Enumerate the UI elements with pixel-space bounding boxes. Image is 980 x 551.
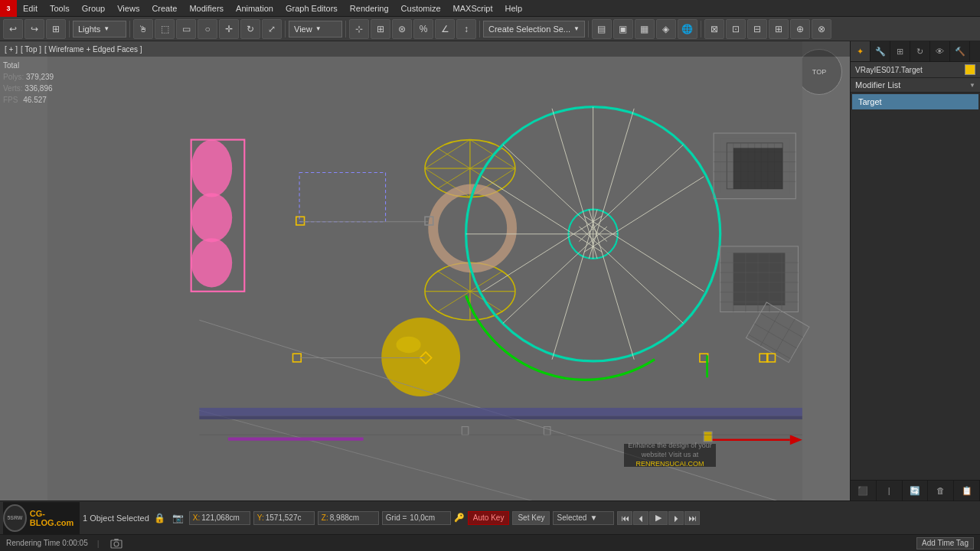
redo-button[interactable]: ↪ bbox=[24, 19, 44, 39]
render-view-button[interactable]: ▦ bbox=[635, 19, 655, 39]
create-selection-arrow: ▼ bbox=[573, 25, 580, 32]
auto-key-button[interactable]: Auto Key bbox=[468, 511, 510, 525]
select-button[interactable]: 🖱 bbox=[133, 19, 153, 39]
separator-3 bbox=[285, 21, 286, 37]
move-button[interactable]: ✛ bbox=[219, 19, 239, 39]
tab-utilities[interactable]: 🔨 bbox=[950, 41, 970, 61]
coord-x-field[interactable]: X: 121,068cm bbox=[189, 511, 250, 525]
menu-graph-editors[interactable]: Graph Editors bbox=[279, 0, 344, 16]
select-object-button[interactable]: ⊞ bbox=[46, 19, 66, 39]
add-time-tag-button[interactable]: Add Time Tag bbox=[916, 537, 974, 549]
camera-svg-icon bbox=[110, 538, 122, 549]
status-bar: 1 Object Selected 🔒 📷 X: 121,068cm Y: 15… bbox=[83, 510, 977, 526]
next-frame-button[interactable]: ⏵ bbox=[668, 511, 684, 525]
modifier-list-bar[interactable]: Modifier List ▼ bbox=[851, 78, 980, 93]
last-frame-button[interactable]: ⏭ bbox=[684, 511, 700, 525]
menu-tools[interactable]: Tools bbox=[44, 0, 76, 16]
extra6-button[interactable]: ⊗ bbox=[812, 19, 831, 39]
menu-edit[interactable]: Edit bbox=[17, 0, 44, 16]
right-bottom-tab-4[interactable]: 🗑 bbox=[928, 481, 954, 500]
create-selection-dropdown[interactable]: Create Selection Se... ▼ bbox=[483, 21, 585, 37]
set-key-button[interactable]: Set Key bbox=[512, 511, 550, 525]
rectangular-select-button[interactable]: ▭ bbox=[176, 19, 196, 39]
badge-5srw: 5SRW bbox=[3, 504, 27, 532]
status-text: 1 Object Selected bbox=[83, 514, 149, 523]
viewport-mode-label: [ Wireframe + Edged Faces ] bbox=[44, 45, 142, 54]
coord-y-field[interactable]: Y: 1571,527c bbox=[253, 511, 315, 525]
extra1-button[interactable]: ⊠ bbox=[704, 19, 724, 39]
spinner-snap-button[interactable]: ↕ bbox=[456, 19, 476, 39]
total-label: Total bbox=[3, 60, 54, 71]
right-bottom-tab-2[interactable]: | bbox=[877, 481, 903, 500]
tab-create[interactable]: ✦ bbox=[851, 41, 871, 61]
svg-rect-90 bbox=[199, 408, 802, 416]
view-dropdown[interactable]: View ▼ bbox=[289, 21, 342, 37]
circular-select-button[interactable]: ○ bbox=[198, 19, 217, 39]
create-selection-label: Create Selection Se... bbox=[488, 24, 570, 34]
menu-maxscript[interactable]: MAXScript bbox=[447, 0, 499, 16]
fps-value: 46.527 bbox=[23, 96, 47, 104]
extra5-button[interactable]: ⊕ bbox=[790, 19, 810, 39]
undo-button[interactable]: ↩ bbox=[3, 19, 23, 39]
menu-customize[interactable]: Customize bbox=[395, 0, 447, 16]
prev-frame-button[interactable]: ⏴ bbox=[633, 511, 648, 525]
extra2-button[interactable]: ⊡ bbox=[726, 19, 746, 39]
first-frame-button[interactable]: ⏮ bbox=[617, 511, 632, 525]
extra3-button[interactable]: ⊟ bbox=[747, 19, 767, 39]
key-icon-wrap[interactable]: 🔑 bbox=[454, 513, 465, 523]
selected-dropdown[interactable]: Selected ▼ bbox=[553, 511, 614, 525]
rotate-button[interactable]: ↻ bbox=[240, 19, 260, 39]
screenshot-button[interactable] bbox=[109, 536, 124, 551]
right-bottom-tab-5[interactable]: 📋 bbox=[954, 481, 980, 500]
selected-label: Selected bbox=[557, 514, 586, 522]
menu-rendering[interactable]: Rendering bbox=[344, 0, 395, 16]
tab-hierarchy[interactable]: ⊞ bbox=[890, 41, 910, 61]
snap-toggle-button[interactable]: ⊹ bbox=[349, 19, 369, 39]
svg-point-2 bbox=[191, 140, 233, 197]
verts-label: Verts: bbox=[3, 84, 23, 93]
angle-snap-button[interactable]: ∠ bbox=[435, 19, 455, 39]
right-panel: ✦ 🔧 ⊞ ↻ 👁 🔨 VRayIES017.Target Modifier L… bbox=[850, 41, 980, 500]
viewport[interactable]: [ + ] [ Top ] [ Wireframe + Edged Faces … bbox=[0, 41, 850, 500]
grid-field: Grid = 10,0cm bbox=[382, 511, 451, 525]
tab-motion[interactable]: ↻ bbox=[910, 41, 930, 61]
snap3d-button[interactable]: ⊛ bbox=[392, 19, 412, 39]
modifier-entry-target[interactable]: Target bbox=[852, 94, 978, 109]
lock-button[interactable]: 🔒 bbox=[152, 510, 168, 526]
tab-modify[interactable]: 🔧 bbox=[871, 41, 890, 61]
menu-views[interactable]: Views bbox=[111, 0, 145, 16]
right-panel-bottom-tabs: ⬛ | 🔄 🗑 📋 bbox=[851, 480, 980, 500]
object-color-swatch[interactable] bbox=[965, 64, 975, 75]
tab-display[interactable]: 👁 bbox=[930, 41, 950, 61]
grid-value: 10,0cm bbox=[410, 514, 435, 522]
select-region-button[interactable]: ⬚ bbox=[155, 19, 175, 39]
verts-stat: Verts: 336,896 bbox=[3, 83, 54, 94]
percent-snap-button[interactable]: % bbox=[413, 19, 433, 39]
play-button[interactable]: ▶ bbox=[649, 511, 668, 525]
coord-z-field[interactable]: Z: 8,988cm bbox=[318, 511, 379, 525]
menu-modifiers[interactable]: Modifiers bbox=[183, 0, 230, 16]
menu-create[interactable]: Create bbox=[145, 0, 183, 16]
svg-point-3 bbox=[191, 193, 233, 242]
coord-x-value: 121,068cm bbox=[201, 514, 239, 522]
extra4-button[interactable]: ⊞ bbox=[769, 19, 789, 39]
scale-button[interactable]: ⤢ bbox=[262, 19, 282, 39]
lights-dropdown[interactable]: Lights ▼ bbox=[73, 21, 126, 37]
camera-icon[interactable]: 📷 bbox=[171, 510, 186, 526]
svg-rect-93 bbox=[228, 438, 364, 441]
snap2d-button[interactable]: ⊞ bbox=[371, 19, 390, 39]
render-setup-button[interactable]: ▤ bbox=[592, 19, 612, 39]
render-button[interactable]: ▣ bbox=[613, 19, 633, 39]
right-bottom-tab-1[interactable]: ⬛ bbox=[851, 481, 877, 500]
menu-group[interactable]: Group bbox=[76, 0, 112, 16]
material-editor-button[interactable]: ◈ bbox=[656, 19, 676, 39]
render-env-button[interactable]: 🌐 bbox=[678, 19, 697, 39]
menu-animation[interactable]: Animation bbox=[230, 0, 279, 16]
svg-rect-89 bbox=[704, 432, 712, 442]
menu-help[interactable]: Help bbox=[499, 0, 529, 16]
svg-rect-53 bbox=[733, 253, 786, 305]
svg-point-4 bbox=[191, 238, 233, 287]
object-name-bar: VRayIES017.Target bbox=[851, 62, 980, 78]
right-bottom-tab-3[interactable]: 🔄 bbox=[903, 481, 929, 500]
separator-5 bbox=[479, 21, 480, 37]
